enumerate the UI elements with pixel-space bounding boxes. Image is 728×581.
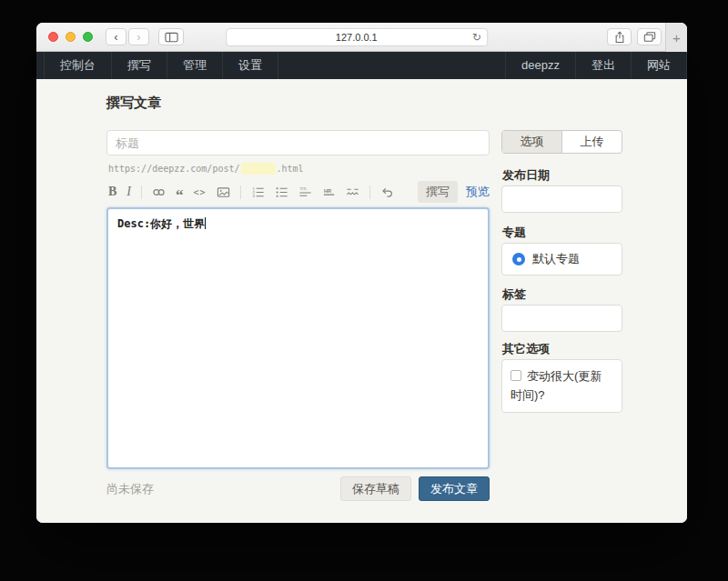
toolbar-divider	[369, 185, 370, 199]
permalink-slug-highlight[interactable]	[241, 163, 276, 175]
publish-button[interactable]: 发布文章	[419, 476, 490, 501]
sidebar-toggle-button[interactable]	[158, 28, 184, 45]
tags-label: 标签	[502, 286, 526, 303]
markdown-editor[interactable]: Desc:你好，世界	[106, 207, 490, 469]
forward-icon: ›	[136, 30, 140, 44]
ordered-list-button[interactable]: 123	[251, 184, 265, 200]
nav-item-username[interactable]: deepzz	[505, 52, 576, 79]
svg-text:HR: HR	[324, 187, 331, 193]
share-button[interactable]	[607, 28, 632, 45]
nav-item-manage[interactable]: 管理	[167, 52, 223, 79]
address-url: 127.0.0.1	[336, 32, 378, 43]
horizontal-rule-button[interactable]: HR	[322, 184, 336, 200]
browser-toolbar: ‹ › 127.0.0.1 ↻ +	[36, 23, 687, 52]
editor-text: Desc:你好，世界	[117, 217, 205, 230]
topic-option-label: 默认专题	[532, 251, 580, 267]
code-button[interactable]: <>	[194, 184, 207, 200]
tab-write-mode[interactable]: 撰写	[418, 181, 458, 203]
toolbar-divider	[240, 185, 241, 199]
plus-icon: +	[672, 30, 681, 45]
other-options-box[interactable]: 变动很大(更新时间)?	[501, 359, 622, 413]
permalink-preview: https://deepzz.com/post/ .html	[108, 163, 304, 175]
permalink-suffix: .html	[277, 164, 304, 174]
tab-options[interactable]: 选项	[502, 131, 562, 153]
other-options-label: 其它选项	[502, 341, 550, 357]
unordered-list-button[interactable]	[275, 184, 288, 200]
editor-toolbar: B I “ <> 123 TITL	[108, 181, 490, 203]
tab-overview-button[interactable]	[637, 28, 662, 45]
page-break-icon	[346, 185, 359, 199]
link-button[interactable]	[152, 184, 166, 200]
topic-option-row[interactable]: 默认专题	[501, 243, 622, 275]
publish-date-label: 发布日期	[502, 167, 550, 184]
reload-button[interactable]: ↻	[472, 31, 481, 44]
page-title: 撰写文章	[106, 95, 161, 112]
browser-window: ‹ › 127.0.0.1 ↻ + 控制台 撰写 管理 设置 deepz	[36, 23, 687, 523]
back-button[interactable]: ‹	[106, 28, 126, 45]
share-icon	[614, 31, 625, 44]
zoom-window-button[interactable]	[83, 32, 93, 42]
tags-input[interactable]	[501, 305, 622, 332]
bold-button[interactable]: B	[108, 184, 116, 200]
toolbar-divider	[141, 185, 142, 199]
nav-item-website[interactable]: 网站	[632, 52, 687, 79]
heading-button[interactable]: TITL	[298, 184, 312, 200]
undo-button[interactable]	[380, 184, 394, 200]
nav-item-settings[interactable]: 设置	[223, 52, 278, 79]
radio-selected-icon[interactable]	[512, 253, 525, 265]
address-bar[interactable]: 127.0.0.1 ↻	[226, 28, 488, 46]
unordered-list-icon	[275, 185, 288, 199]
svg-text:3: 3	[252, 194, 255, 198]
major-change-checkbox-label: 变动很大(更新时间)?	[511, 369, 602, 402]
nav-item-dashboard[interactable]: 控制台	[44, 52, 112, 79]
new-tab-button[interactable]: +	[665, 23, 687, 52]
save-status-text: 尚未保存	[106, 481, 154, 497]
close-window-button[interactable]	[48, 32, 58, 42]
nav-item-logout[interactable]: 登出	[576, 52, 632, 79]
page-content: 撰写文章 https://deepzz.com/post/ .html B I …	[36, 79, 687, 523]
back-icon: ‹	[114, 30, 117, 44]
window-controls	[48, 32, 93, 42]
forward-button[interactable]: ›	[128, 28, 149, 45]
image-icon	[217, 185, 230, 199]
permalink-prefix: https://deepzz.com/post/	[108, 164, 240, 174]
tabs-icon	[643, 31, 656, 43]
horizontal-rule-icon: HR	[322, 185, 336, 199]
undo-icon	[380, 185, 394, 199]
checkbox-unchecked-icon[interactable]	[511, 370, 521, 381]
image-button[interactable]	[217, 184, 230, 200]
link-icon	[152, 185, 166, 199]
publish-date-input[interactable]	[501, 185, 622, 213]
page-break-button[interactable]	[346, 184, 359, 200]
svg-text:TITL: TITL	[299, 185, 308, 190]
minimize-window-button[interactable]	[66, 32, 76, 42]
text-caret	[205, 217, 206, 229]
title-input[interactable]	[106, 130, 490, 155]
topic-label: 专题	[502, 225, 526, 241]
sidebar-icon	[165, 32, 178, 43]
sidebar-tab-group: 选项 上传	[501, 130, 622, 154]
save-draft-button[interactable]: 保存草稿	[340, 476, 411, 501]
nav-item-write[interactable]: 撰写	[112, 52, 167, 79]
ordered-list-icon: 123	[251, 185, 265, 199]
tab-preview-mode[interactable]: 预览	[466, 184, 490, 200]
tab-upload[interactable]: 上传	[562, 131, 622, 153]
app-navbar: 控制台 撰写 管理 设置 deepzz 登出 网站	[36, 52, 687, 79]
italic-button[interactable]: I	[126, 184, 131, 200]
heading-icon: TITL	[298, 185, 312, 199]
quote-button[interactable]: “	[176, 184, 184, 200]
